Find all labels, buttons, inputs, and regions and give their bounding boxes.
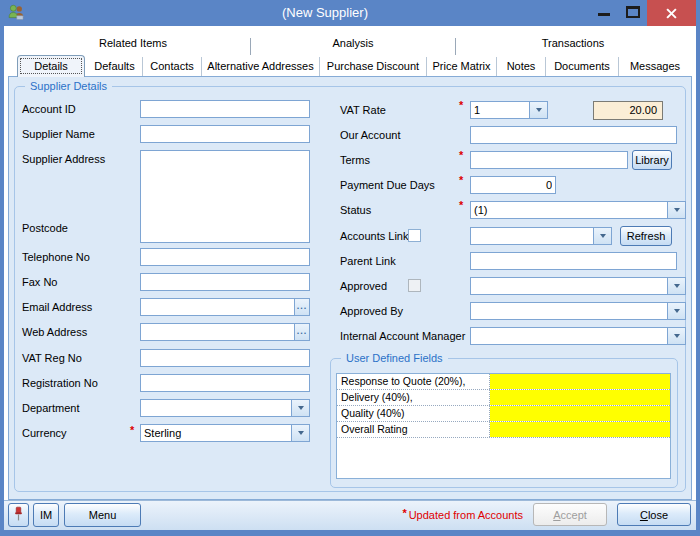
vat-rate-label: VAT Rate	[340, 104, 386, 116]
required-marker: *	[402, 507, 406, 519]
chevron-down-icon[interactable]	[291, 425, 309, 441]
accounts-link-dropdown[interactable]	[470, 227, 612, 245]
web-address-field: ...	[140, 323, 310, 341]
telephone-no-label: Telephone No	[22, 251, 90, 263]
refresh-button[interactable]: Refresh	[620, 226, 672, 246]
approved-by-dropdown[interactable]	[470, 302, 686, 320]
tab-group-transactions[interactable]: Transactions	[493, 37, 653, 53]
email-browse-button[interactable]: ...	[294, 299, 309, 315]
approved-label: Approved	[340, 280, 387, 292]
tab-documents[interactable]: Documents	[546, 57, 619, 76]
internal-account-manager-label: Internal Account Manager	[340, 330, 465, 342]
supplier-address-textarea[interactable]	[140, 150, 310, 243]
accounts-link-checkbox[interactable]	[408, 229, 421, 242]
udf-row-value-cell[interactable]	[490, 422, 670, 437]
department-dropdown[interactable]	[140, 399, 310, 417]
web-address-label: Web Address	[22, 326, 87, 338]
maximize-button[interactable]	[626, 6, 640, 18]
udf-row-value-cell[interactable]	[490, 390, 670, 405]
udf-row: Overall Rating	[337, 422, 670, 438]
chevron-down-icon[interactable]	[291, 400, 309, 416]
titlebar[interactable]: (New Supplier)	[0, 0, 700, 26]
chevron-down-icon[interactable]	[667, 303, 685, 319]
status-value: (1)	[474, 204, 487, 216]
fax-no-label: Fax No	[22, 276, 57, 288]
chevron-down-icon[interactable]	[667, 202, 685, 218]
library-button[interactable]: Library	[632, 150, 672, 170]
supplier-details-group-title: Supplier Details	[25, 80, 112, 92]
udf-row-value-cell[interactable]	[490, 406, 670, 421]
terms-label: Terms	[340, 154, 370, 166]
status-dropdown[interactable]: (1)	[470, 201, 686, 219]
updated-from-accounts-note: *Updated from Accounts	[375, 507, 523, 521]
status-label: Status	[340, 204, 371, 216]
currency-dropdown[interactable]: Sterling	[140, 424, 310, 442]
approved-checkbox	[408, 279, 421, 292]
chevron-down-icon[interactable]	[667, 328, 685, 344]
udf-row-value-cell[interactable]	[490, 374, 670, 389]
accept-button-label: ccept	[561, 509, 587, 521]
account-id-label: Account ID	[22, 103, 76, 115]
tab-defaults[interactable]: Defaults	[87, 57, 143, 76]
udf-table: Response to Quote (20%), Delivery (40%),…	[336, 373, 671, 479]
udf-row: Response to Quote (20%),	[337, 374, 670, 390]
our-account-input[interactable]	[470, 126, 677, 144]
tab-group-separator	[250, 38, 251, 55]
pin-button[interactable]	[8, 503, 29, 527]
note-text: Updated from Accounts	[409, 509, 523, 521]
tab-group-separator	[455, 38, 456, 55]
supplier-name-input[interactable]	[140, 125, 310, 143]
telephone-no-input[interactable]	[140, 248, 310, 266]
contacts-icon	[8, 4, 25, 21]
terms-input[interactable]	[470, 151, 628, 169]
fax-no-input[interactable]	[140, 273, 310, 291]
vat-reg-no-input[interactable]	[140, 349, 310, 367]
web-address-input[interactable]	[141, 324, 294, 340]
tab-group-related-items[interactable]: Related Items	[53, 37, 213, 53]
currency-value: Sterling	[144, 427, 181, 439]
required-marker: *	[459, 99, 463, 111]
account-id-input[interactable]	[140, 100, 310, 118]
window-title: (New Supplier)	[60, 5, 590, 20]
postcode-label: Postcode	[22, 222, 68, 234]
chevron-down-icon[interactable]	[593, 228, 611, 244]
chevron-down-icon[interactable]	[529, 102, 547, 118]
close-button[interactable]: Close	[617, 503, 691, 526]
menu-button[interactable]: Menu	[64, 503, 141, 527]
web-browse-button[interactable]: ...	[294, 324, 309, 340]
tab-details[interactable]: Details	[17, 55, 85, 77]
tab-notes[interactable]: Notes	[497, 57, 546, 76]
close-button-label: C	[640, 509, 648, 521]
tab-alternative-addresses[interactable]: Alternative Addresses	[202, 57, 320, 76]
payment-due-days-label: Payment Due Days	[340, 179, 435, 191]
tab-group-analysis[interactable]: Analysis	[273, 37, 433, 53]
our-account-label: Our Account	[340, 129, 401, 141]
registration-no-label: Registration No	[22, 377, 98, 389]
close-icon	[666, 8, 677, 19]
tab-price-matrix[interactable]: Price Matrix	[427, 57, 497, 76]
required-marker: *	[130, 424, 134, 436]
vat-percent-readonly: 20.00	[593, 101, 663, 120]
minimize-button[interactable]	[598, 13, 610, 16]
accept-button: Accept	[533, 503, 607, 526]
required-marker: *	[459, 174, 463, 186]
im-button[interactable]: IM	[33, 503, 59, 527]
tab-contacts[interactable]: Contacts	[143, 57, 202, 76]
accept-button-label: A	[553, 509, 560, 521]
tab-messages[interactable]: Messages	[619, 57, 691, 76]
close-window-button[interactable]	[647, 0, 696, 26]
vat-rate-dropdown[interactable]: 1	[470, 101, 548, 119]
internal-account-manager-dropdown[interactable]	[470, 327, 686, 345]
supplier-name-label: Supplier Name	[22, 128, 95, 140]
email-address-label: Email Address	[22, 301, 92, 313]
parent-link-input[interactable]	[470, 252, 677, 270]
chevron-down-icon[interactable]	[667, 278, 685, 294]
currency-label: Currency	[22, 427, 67, 439]
approved-dropdown[interactable]	[470, 277, 686, 295]
payment-due-days-input[interactable]	[470, 176, 556, 194]
required-marker: *	[459, 149, 463, 161]
tab-purchase-discount[interactable]: Purchase Discount	[320, 57, 427, 76]
registration-no-input[interactable]	[140, 374, 310, 392]
email-address-input[interactable]	[141, 299, 294, 315]
user-defined-fields-group-title: User Defined Fields	[341, 352, 448, 364]
